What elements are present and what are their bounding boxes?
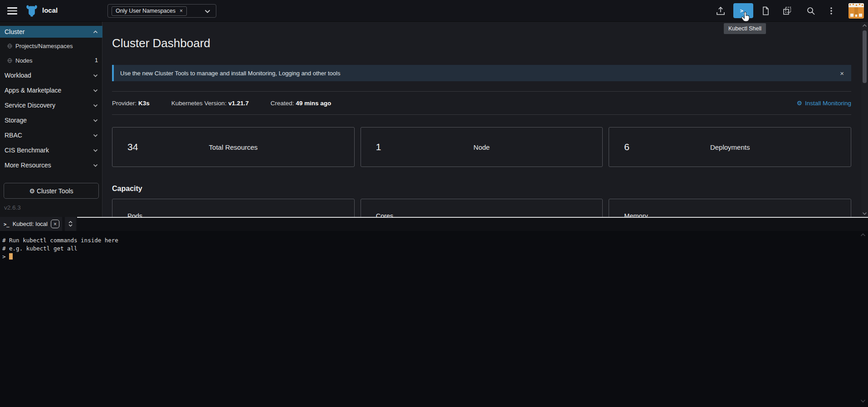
drawer-header-spacer: [77, 217, 868, 231]
terminal-line: # e.g. kubectl get all: [2, 245, 859, 253]
chevron-down-icon: [93, 149, 98, 152]
version-label: v2.6.3: [4, 204, 21, 211]
stat-label: Node: [361, 143, 603, 151]
banner-accent: [112, 65, 114, 81]
stat-card-total-resources[interactable]: 34 Total Resources: [112, 127, 355, 167]
chevron-down-icon: [93, 164, 98, 167]
created-meta: Created:49 mins ago: [270, 100, 331, 107]
namespace-filter-chip[interactable]: Only User Namespaces ×: [112, 6, 187, 16]
top-bar: local Only User Namespaces × >_: [0, 0, 868, 22]
search-icon[interactable]: [806, 6, 816, 16]
cluster-name[interactable]: local: [42, 6, 58, 14]
gear-icon: ⚙: [797, 99, 802, 107]
main-scrollbar[interactable]: [861, 22, 868, 217]
mouse-pointer-icon: [741, 11, 751, 22]
scroll-down-icon[interactable]: [860, 399, 866, 403]
globe-icon: [7, 44, 12, 49]
nodes-count-badge: 1: [95, 57, 98, 64]
shell-drawer-header: >_ Kubectl: local ×: [0, 217, 868, 231]
scroll-up-icon[interactable]: [860, 233, 866, 237]
stat-card-node[interactable]: 1 Node: [361, 127, 603, 167]
sidebar-item-projects-namespaces[interactable]: Projects/Namespaces: [0, 41, 102, 51]
sidebar-item-cluster[interactable]: Cluster: [0, 26, 102, 38]
terminal-line: # Run kubectl commands inside here: [2, 236, 859, 245]
chevron-down-icon: [93, 89, 98, 92]
sidebar-item-rbac[interactable]: RBAC: [0, 130, 102, 141]
stat-card-deployments[interactable]: 6 Deployments: [609, 127, 851, 167]
chevron-down-icon: [93, 134, 98, 137]
sidebar-item-cis-benchmark[interactable]: CIS Benchmark: [0, 145, 102, 156]
kebab-menu-icon[interactable]: [826, 6, 836, 16]
rancher-logo-icon[interactable]: [24, 4, 39, 18]
sidebar-item-apps-marketplace[interactable]: Apps & Marketplace: [0, 85, 102, 96]
stat-label: Deployments: [609, 143, 851, 151]
scroll-up-icon[interactable]: [862, 24, 867, 27]
banner-close-icon[interactable]: ×: [840, 69, 844, 77]
terminal-prompt-line: >: [2, 253, 859, 261]
scroll-down-icon[interactable]: [862, 212, 867, 215]
cluster-tools-button[interactable]: ⚙ Cluster Tools: [4, 183, 99, 199]
divider: [112, 114, 851, 115]
chevron-up-icon: [93, 30, 98, 34]
main-menu-icon[interactable]: [7, 7, 17, 15]
sidebar-item-workload[interactable]: Workload: [0, 70, 102, 81]
banner-text: Use the new Cluster Tools to manage and …: [120, 70, 340, 77]
provider-meta: Provider:K3s: [112, 100, 150, 107]
user-avatar[interactable]: [848, 3, 864, 19]
kubectl-shell-tooltip: Kubectl Shell: [724, 23, 766, 34]
download-kubeconfig-icon[interactable]: [761, 6, 770, 16]
k8s-version-meta: Kubernetes Version:v1.21.7: [171, 100, 249, 107]
kubectl-shell-drawer: >_ Kubectl: local × # Run kubectl comman…: [0, 217, 868, 407]
sidebar-item-storage[interactable]: Storage: [0, 115, 102, 126]
sidebar-item-service-discovery[interactable]: Service Discovery: [0, 100, 102, 111]
chip-remove-icon[interactable]: ×: [180, 8, 183, 14]
copy-kubeconfig-icon[interactable]: [782, 6, 792, 16]
close-icon: ×: [54, 221, 57, 227]
kubectl-terminal[interactable]: # Run kubectl commands inside here # e.g…: [0, 231, 868, 407]
chevron-down-icon: [68, 224, 73, 227]
chevron-down-icon: [93, 119, 98, 122]
terminal-cursor: [9, 253, 13, 260]
gear-icon: ⚙: [29, 187, 35, 195]
globe-icon: [7, 58, 12, 63]
namespace-filter-chip-label: Only User Namespaces: [116, 8, 176, 14]
divider: [112, 91, 851, 92]
namespace-filter[interactable]: Only User Namespaces ×: [107, 4, 216, 18]
shell-tab-close-button[interactable]: ×: [51, 220, 59, 228]
info-banner: Use the new Cluster Tools to manage and …: [112, 65, 851, 81]
stats-row: 34 Total Resources 1 Node 6 Deployments: [112, 127, 851, 167]
install-monitoring-link[interactable]: ⚙ Install Monitoring: [797, 99, 851, 107]
page-title: Cluster Dashboard: [112, 36, 210, 50]
kubectl-shell-tab[interactable]: >_ Kubectl: local ×: [0, 217, 62, 231]
chevron-down-icon[interactable]: [205, 10, 210, 13]
chevron-up-icon: [68, 221, 73, 224]
cluster-meta-row: Provider:K3s Kubernetes Version:v1.21.7 …: [112, 97, 851, 109]
chevron-down-icon: [93, 104, 98, 107]
import-yaml-icon[interactable]: [716, 6, 726, 16]
stat-label: Total Resources: [112, 143, 354, 151]
chevron-down-icon: [93, 74, 98, 77]
sidebar-item-nodes[interactable]: Nodes 1: [0, 55, 102, 65]
scrollbar-thumb[interactable]: [863, 30, 867, 83]
terminal-icon: >_: [4, 221, 10, 227]
rancher-app: local Only User Namespaces × >_: [0, 0, 868, 407]
drawer-resize-handle[interactable]: [65, 217, 76, 231]
capacity-title: Capacity: [112, 185, 142, 193]
sidebar-item-more-resources[interactable]: More Resources: [0, 160, 102, 171]
